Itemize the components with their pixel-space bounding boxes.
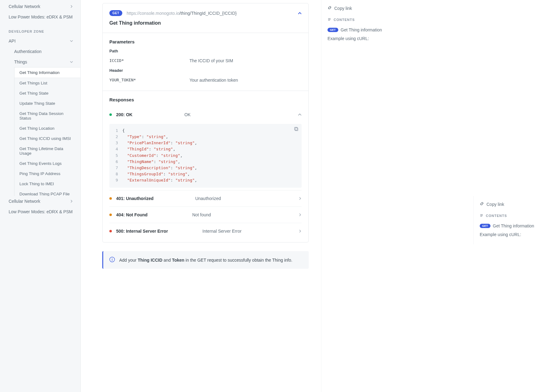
api-card: GET https://console.monogoto.io/thing/Th… — [102, 3, 309, 243]
param-desc: The ICCID of your SIM — [189, 58, 233, 63]
svg-rect-4 — [112, 259, 112, 261]
sidebar-item-auth[interactable]: Authentication — [0, 46, 80, 57]
toc-item-get-thing[interactable]: GET Get Thing information — [480, 222, 535, 230]
code-line: 9 "ExternalUniqueId": "string", — [114, 177, 297, 183]
response-row-500[interactable]: 500: Internal Server Error Internal Serv… — [109, 223, 302, 239]
method-badge: GET — [109, 10, 122, 16]
chevron-up-icon[interactable] — [298, 11, 302, 15]
toc-item-curl[interactable]: Example using cURL: — [327, 34, 383, 43]
info-icon — [109, 257, 115, 263]
contents-header: CONTENTS — [480, 214, 535, 222]
info-callout: Add your Thing ICCID and Token in the GE… — [102, 251, 309, 269]
chevron-right-icon — [70, 200, 73, 203]
sidebar-item-lock-imei[interactable]: Lock Thing to IMEI — [14, 179, 80, 189]
sidebar-item-ping-ip[interactable]: Ping Thing IP Address — [14, 169, 80, 179]
copy-link-button[interactable]: Copy link — [327, 6, 383, 18]
sidebar-item-api[interactable]: API — [0, 36, 80, 46]
response-code: 401: Unauthorized — [116, 196, 153, 201]
sidebar-item-get-session-status[interactable]: Get Thing Data Session Status — [14, 108, 80, 123]
sidebar-item-get-lifetime-data[interactable]: Get Thing Lifetime Data Usage — [14, 144, 80, 158]
link-icon — [480, 202, 484, 207]
sidebar-item-things[interactable]: Things — [0, 57, 80, 67]
chevron-right-icon — [299, 230, 302, 233]
response-code: 200: OK — [116, 112, 132, 117]
method-badge-small: GET — [327, 28, 338, 32]
param-name: YOUR_TOKEN* — [109, 78, 189, 83]
callout-text: Add your Thing ICCID and Token in the GE… — [119, 258, 292, 263]
sidebar-item-get-thing-state[interactable]: Get Thing State — [14, 88, 80, 98]
code-line: 4 "ThingId": "string", — [114, 146, 297, 152]
sidebar-item-lowpower[interactable]: Low Power Modes: eDRX & PSM — [0, 206, 80, 217]
code-line: 8 "ThingsGroupId": "string", — [114, 171, 297, 177]
status-dot-icon — [109, 230, 112, 232]
sidebar-item-cellular[interactable]: Cellular Network — [0, 196, 80, 206]
param-name: ICCID* — [109, 58, 189, 63]
right-panel-ghost: Copy link CONTENTS GET Get Thing informa… — [473, 196, 541, 244]
sidebar-ghost: Cellular Network Low Power Modes: eDRX &… — [0, 196, 81, 217]
response-code: 404: Not Found — [116, 212, 148, 217]
sidebar-section-devzone: DEVELOPER ZONE — [0, 22, 80, 36]
sidebar-item-get-things-list[interactable]: Get Things List — [14, 78, 80, 88]
header-label: Header — [109, 68, 302, 73]
sidebar-item-label: Low Power Modes: eDRX & PSM — [9, 14, 73, 19]
api-url: https://console.monogoto.io/thing/ThingI… — [127, 11, 237, 16]
chevron-down-icon — [70, 39, 73, 43]
status-dot-icon — [109, 197, 112, 200]
copy-icon[interactable] — [294, 127, 299, 133]
list-icon — [327, 18, 331, 22]
sidebar-item-label: Cellular Network — [9, 4, 40, 9]
contents-header: CONTENTS — [327, 18, 383, 26]
sidebar-item-update-thing-state[interactable]: Update Thing State — [14, 98, 80, 108]
list-icon — [480, 214, 483, 218]
sidebar-item-get-events-logs[interactable]: Get Thing Events Logs — [14, 158, 80, 169]
responses-section: Responses 200: OK OK 1{2 "Type": — [103, 91, 308, 242]
response-row-200[interactable]: 200: OK OK — [109, 107, 302, 123]
param-desc: Your authentication token — [189, 78, 238, 83]
responses-header: Responses — [109, 97, 302, 102]
sidebar-item-label: API — [9, 39, 16, 43]
sidebar-item-label: Things — [14, 59, 27, 64]
response-code: 500: Internal Server Error — [116, 229, 168, 234]
link-icon — [327, 6, 332, 11]
response-desc: OK — [184, 112, 246, 117]
status-dot-icon — [109, 214, 112, 216]
code-line: 5 "CustomerId": "string", — [114, 153, 297, 159]
code-line: 1{ — [114, 128, 297, 134]
status-dot-icon — [109, 113, 112, 116]
param-row-iccid: ICCID* The ICCID of your SIM — [109, 58, 302, 63]
chevron-up-icon — [298, 113, 302, 116]
chevron-right-icon — [70, 5, 73, 8]
code-line: 2 "Type": "string", — [114, 134, 297, 140]
response-desc: Not found — [192, 212, 254, 217]
sidebar-subtree: Get Thing Information Get Things List Ge… — [14, 67, 80, 199]
sidebar-item-get-thing-info[interactable]: Get Thing Information — [14, 67, 80, 78]
response-desc: Unauthorized — [195, 196, 257, 201]
chevron-down-icon — [70, 60, 73, 63]
code-line: 3 "PricePlanInnerId": "string", — [114, 140, 297, 146]
svg-point-3 — [112, 258, 112, 259]
api-title: Get Thing information — [109, 20, 302, 26]
copy-link-button[interactable]: Copy link — [480, 202, 535, 214]
sidebar-item-get-iccid-imsi[interactable]: Get Thing ICCID using IMSI — [14, 133, 80, 144]
response-row-404[interactable]: 404: Not Found Not found — [109, 206, 302, 223]
sidebar-item-cellular[interactable]: Cellular Network — [0, 1, 80, 12]
parameters-section: Parameters Path ICCID* The ICCID of your… — [103, 33, 308, 91]
path-label: Path — [109, 49, 302, 53]
code-line: 6 "ThingName": "string", — [114, 159, 297, 165]
param-row-token: YOUR_TOKEN* Your authentication token — [109, 78, 302, 83]
chevron-right-icon — [299, 213, 302, 216]
right-panel: Copy link CONTENTS GET Get Thing informa… — [321, 0, 389, 392]
sidebar-item-get-location[interactable]: Get Thing Location — [14, 123, 80, 133]
response-desc: Internal Server Error — [202, 229, 264, 234]
chevron-right-icon — [299, 197, 302, 200]
code-line: 7 "ThingDescription": "string", — [114, 165, 297, 171]
response-code-block: 1{2 "Type": "string",3 "PricePlanInnerId… — [109, 124, 302, 188]
sidebar-item-lowpower[interactable]: Low Power Modes: eDRX & PSM — [0, 12, 80, 22]
parameters-header: Parameters — [109, 39, 302, 44]
response-row-401[interactable]: 401: Unauthorized Unauthorized — [109, 190, 302, 206]
toc-item-curl[interactable]: Example using cURL: — [480, 230, 535, 239]
main-content: GET https://console.monogoto.io/thing/Th… — [81, 0, 321, 392]
sidebar-item-label: Authentication — [14, 49, 42, 54]
toc-item-get-thing[interactable]: GET Get Thing information — [327, 26, 383, 34]
